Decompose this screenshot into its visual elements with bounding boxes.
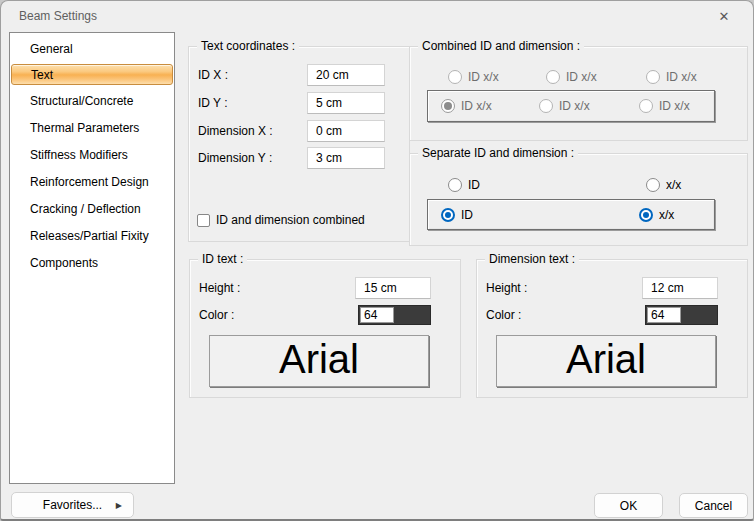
radio-icon-selected bbox=[441, 208, 455, 222]
radio-combined-box-3: ID x/x bbox=[639, 98, 690, 114]
id-dimension-combined-checkbox[interactable] bbox=[197, 214, 210, 227]
radio-label: ID x/x bbox=[566, 70, 597, 84]
id-text-font-button[interactable]: Arial bbox=[209, 335, 429, 387]
id-text-color-number-input[interactable] bbox=[360, 307, 394, 323]
sidebar-item-text[interactable]: Text bbox=[11, 64, 173, 85]
dimension-y-input[interactable] bbox=[307, 147, 385, 169]
favorites-label: Favorites... bbox=[43, 498, 102, 512]
id-y-label: ID Y : bbox=[198, 92, 228, 114]
dimension-x-input[interactable] bbox=[307, 120, 385, 142]
sidebar-item-cracking-deflection[interactable]: Cracking / Deflection bbox=[10, 195, 174, 222]
settings-category-list: General Text Structural/Concrete Thermal… bbox=[9, 32, 175, 484]
group-title: Combined ID and dimension : bbox=[418, 39, 584, 54]
title-bar: Beam Settings ✕ bbox=[1, 1, 753, 31]
radio-icon-selected bbox=[441, 99, 455, 113]
radio-icon bbox=[448, 70, 462, 84]
id-x-label: ID X : bbox=[198, 64, 228, 86]
sidebar-item-releases-partial-fixity[interactable]: Releases/Partial Fixity bbox=[10, 222, 174, 249]
radio-separate-box-xx[interactable]: x/x bbox=[639, 207, 674, 223]
radio-label: ID x/x bbox=[666, 70, 697, 84]
dimension-text-color-swatch[interactable] bbox=[682, 306, 717, 324]
group-combined-id-dimension: Combined ID and dimension : ID x/x ID x/… bbox=[409, 46, 748, 141]
group-title: Text coordinates : bbox=[197, 39, 299, 54]
radio-label: ID x/x bbox=[659, 99, 690, 113]
sidebar-item-stiffness-modifiers[interactable]: Stiffness Modifiers bbox=[10, 141, 174, 168]
radio-label: ID x/x bbox=[461, 99, 492, 113]
radio-label: ID bbox=[461, 208, 473, 222]
radio-icon bbox=[646, 70, 660, 84]
dimension-text-font-button[interactable]: Arial bbox=[496, 335, 716, 387]
radio-label: x/x bbox=[659, 208, 674, 222]
dimension-text-color-control bbox=[645, 305, 718, 325]
radio-icon bbox=[539, 99, 553, 113]
id-y-input[interactable] bbox=[307, 92, 385, 114]
radio-separate-box-id[interactable]: ID bbox=[441, 207, 473, 223]
radio-icon bbox=[639, 99, 653, 113]
group-dimension-text: Dimension text : Height : Color : Arial bbox=[476, 259, 748, 398]
beam-settings-dialog: Beam Settings ✕ General Text Structural/… bbox=[0, 0, 754, 521]
sidebar-item-components[interactable]: Components bbox=[10, 249, 174, 276]
group-title: Dimension text : bbox=[485, 252, 579, 267]
radio-icon bbox=[646, 178, 660, 192]
id-x-input[interactable] bbox=[307, 64, 385, 86]
radio-icon bbox=[546, 70, 560, 84]
sidebar-item-reinforcement-design[interactable]: Reinforcement Design bbox=[10, 168, 174, 195]
radio-label: ID bbox=[468, 178, 480, 192]
radio-label: ID x/x bbox=[468, 70, 499, 84]
group-title: Separate ID and dimension : bbox=[418, 146, 578, 161]
sidebar-item-general[interactable]: General bbox=[10, 35, 174, 62]
group-id-text: ID text : Height : Color : Arial bbox=[189, 259, 461, 398]
radio-combined-box-2: ID x/x bbox=[539, 98, 590, 114]
window-title: Beam Settings bbox=[19, 1, 97, 31]
radio-combined-box-1: ID x/x bbox=[441, 98, 492, 114]
group-text-coordinates: Text coordinates : ID X : ID Y : Dimensi… bbox=[188, 46, 410, 242]
height-label: Height : bbox=[199, 277, 240, 299]
radio-separate-top-id[interactable]: ID bbox=[448, 177, 480, 193]
sidebar-item-structural-concrete[interactable]: Structural/Concrete bbox=[10, 87, 174, 114]
color-label: Color : bbox=[486, 304, 521, 326]
id-text-height-input[interactable] bbox=[355, 277, 431, 299]
group-separate-id-dimension: Separate ID and dimension : ID x/x ID x/… bbox=[409, 153, 748, 246]
ok-button[interactable]: OK bbox=[594, 493, 663, 518]
height-label: Height : bbox=[486, 277, 527, 299]
radio-combined-top-1: ID x/x bbox=[448, 69, 499, 85]
separate-selected-row-frame: ID x/x bbox=[427, 199, 715, 230]
id-text-color-control bbox=[358, 305, 431, 325]
dimension-text-color-number-input[interactable] bbox=[647, 307, 681, 323]
cancel-button[interactable]: Cancel bbox=[679, 493, 748, 518]
favorites-button[interactable]: Favorites... ▶ bbox=[11, 492, 134, 518]
dimension-x-label: Dimension X : bbox=[198, 120, 273, 142]
radio-icon bbox=[448, 178, 462, 192]
group-title: ID text : bbox=[198, 252, 247, 267]
radio-combined-top-3: ID x/x bbox=[646, 69, 697, 85]
id-text-color-swatch[interactable] bbox=[395, 306, 430, 324]
radio-label: x/x bbox=[666, 178, 681, 192]
radio-label: ID x/x bbox=[559, 99, 590, 113]
dimension-y-label: Dimension Y : bbox=[198, 147, 272, 169]
radio-separate-top-xx[interactable]: x/x bbox=[646, 177, 681, 193]
color-label: Color : bbox=[199, 304, 234, 326]
dimension-text-height-input[interactable] bbox=[642, 277, 718, 299]
id-dimension-combined-label: ID and dimension combined bbox=[216, 209, 365, 231]
close-icon[interactable]: ✕ bbox=[709, 5, 739, 28]
radio-icon-selected bbox=[639, 208, 653, 222]
combined-selected-row-frame: ID x/x ID x/x ID x/x bbox=[427, 90, 715, 122]
sidebar-item-thermal-parameters[interactable]: Thermal Parameters bbox=[10, 114, 174, 141]
radio-combined-top-2: ID x/x bbox=[546, 69, 597, 85]
chevron-right-icon: ▶ bbox=[116, 501, 122, 510]
